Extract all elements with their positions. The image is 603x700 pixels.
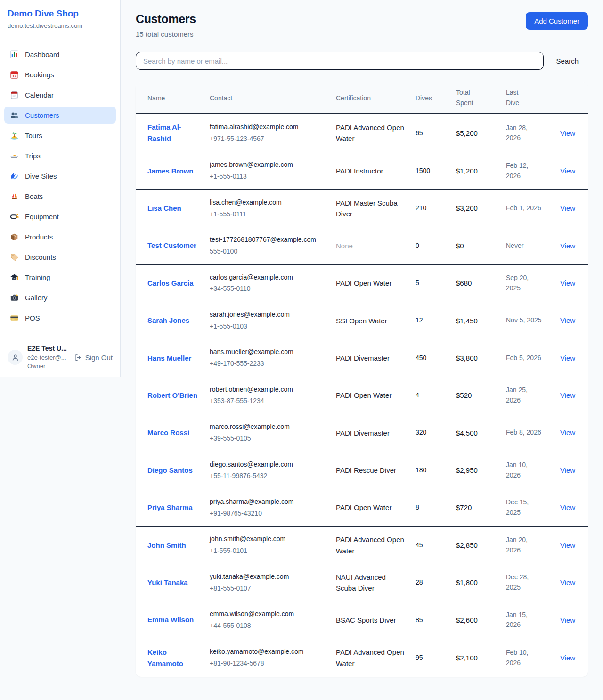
view-link[interactable]: View: [560, 129, 575, 137]
table-row: Yuki Tanaka yuki.tanaka@example.com +81-…: [136, 564, 588, 601]
sign-out-button[interactable]: Sign Out: [74, 354, 113, 362]
view-link[interactable]: View: [560, 428, 575, 436]
view-link[interactable]: View: [560, 466, 575, 474]
sidebar-item-label: Bookings: [25, 71, 54, 79]
customer-email: sarah.jones@example.com: [210, 310, 325, 320]
view-link[interactable]: View: [560, 242, 575, 250]
customer-name-link[interactable]: John Smith: [147, 540, 186, 551]
customer-name-link[interactable]: Marco Rossi: [147, 427, 189, 438]
customer-phone: +971-55-123-4567: [210, 134, 325, 144]
sidebar-item-discounts[interactable]: Discounts: [4, 248, 116, 265]
table-row: Diego Santos diego.santos@example.com +5…: [136, 452, 588, 489]
customer-phone: +1-555-0111: [210, 209, 325, 220]
customer-name-link[interactable]: Diego Santos: [147, 465, 193, 476]
column-header-certification: Certification: [330, 82, 410, 114]
view-link[interactable]: View: [560, 541, 575, 549]
customer-dives: 1500: [410, 152, 450, 189]
customer-last-dive: Nov 5, 2025: [500, 302, 547, 339]
table-row: Test Customer test-1772681807767@example…: [136, 227, 588, 264]
customer-certification: PADI Divemaster: [330, 414, 410, 452]
customer-total-spent: $3,200: [450, 189, 500, 227]
customer-last-dive: Dec 28, 2025: [500, 564, 547, 601]
customer-name-link[interactable]: Keiko Yamamoto: [147, 647, 198, 669]
view-link[interactable]: View: [560, 204, 575, 212]
customer-name-link[interactable]: Lisa Chen: [147, 203, 181, 214]
boats-sailboat-icon: [9, 191, 19, 201]
customers-table: Name Contact Certification Dives Total S…: [136, 82, 588, 677]
column-header-name: Name: [136, 82, 204, 114]
customer-total-spent: $4,500: [450, 414, 500, 452]
customer-phone: +55-11-99876-5432: [210, 471, 325, 481]
sidebar-item-boats[interactable]: Boats: [4, 188, 116, 205]
customer-certification: PADI Divemaster: [330, 339, 410, 377]
table-row: John Smith john.smith@example.com +1-555…: [136, 527, 588, 564]
page-header: Customers 15 total customers Add Custome…: [136, 12, 588, 38]
customer-name-link[interactable]: Priya Sharma: [147, 502, 193, 513]
sidebar-item-customers[interactable]: Customers: [4, 107, 116, 124]
view-link[interactable]: View: [560, 316, 575, 324]
customer-email: priya.sharma@example.com: [210, 497, 325, 507]
add-customer-button[interactable]: Add Customer: [526, 12, 588, 30]
page-title: Customers: [136, 12, 196, 26]
customer-dives: 45: [410, 527, 450, 564]
customer-name-link[interactable]: Hans Mueller: [147, 353, 191, 364]
person-icon: [8, 350, 23, 365]
sidebar-item-equipment[interactable]: Equipment: [4, 208, 116, 225]
sidebar-item-bookings[interactable]: 17 Bookings: [4, 66, 116, 83]
customer-count: 15 total customers: [136, 30, 196, 38]
view-link[interactable]: View: [560, 578, 575, 586]
customer-phone: +1-555-0113: [210, 172, 325, 182]
customer-name-link[interactable]: Fatima Al-Rashid: [147, 122, 198, 144]
view-link[interactable]: View: [560, 391, 575, 399]
tours-island-icon: [9, 131, 19, 140]
table-row: Lisa Chen lisa.chen@example.com +1-555-0…: [136, 189, 588, 227]
customer-name-link[interactable]: Test Customer: [147, 240, 196, 251]
customer-dives: 28: [410, 564, 450, 601]
customer-name-link[interactable]: James Brown: [147, 165, 194, 177]
trips-boat-icon: [9, 151, 19, 160]
shop-name: Demo Dive Shop: [8, 8, 113, 19]
customer-certification: PADI Open Water: [330, 264, 410, 302]
customer-email: test-1772681807767@example.com: [210, 235, 325, 245]
search-button[interactable]: Search: [544, 57, 588, 65]
sidebar-item-tours[interactable]: Tours: [4, 127, 116, 144]
customer-certification: NAUI Advanced Scuba Diver: [330, 564, 410, 601]
view-link[interactable]: View: [560, 279, 575, 287]
sidebar-item-products[interactable]: Products: [4, 228, 116, 245]
customer-name-link[interactable]: Carlos Garcia: [147, 278, 194, 289]
customer-certification: SSI Open Water: [330, 302, 410, 339]
sidebar-item-dive-sites[interactable]: Dive Sites: [4, 167, 116, 184]
customer-phone: +44-555-0108: [210, 621, 325, 631]
view-link[interactable]: View: [560, 616, 575, 624]
customer-name-link[interactable]: Robert O'Brien: [147, 390, 197, 401]
customer-total-spent: $5,200: [450, 114, 500, 152]
column-header-last-dive: Last Dive: [500, 82, 547, 114]
customers-table-card: Name Contact Certification Dives Total S…: [136, 82, 588, 677]
search-input[interactable]: [136, 52, 544, 70]
sidebar-item-dashboard[interactable]: Dashboard: [4, 46, 116, 63]
view-link[interactable]: View: [560, 167, 575, 175]
customer-phone: +353-87-555-1234: [210, 396, 325, 406]
sidebar-item-calendar[interactable]: Calendar: [4, 86, 116, 103]
sidebar-item-pos[interactable]: POS: [4, 309, 116, 326]
sidebar-item-label: Tours: [25, 132, 42, 140]
customer-last-dive: Sep 20, 2025: [500, 264, 547, 302]
view-link[interactable]: View: [560, 354, 575, 362]
gallery-camera-icon: [9, 293, 19, 302]
sidebar-item-trips[interactable]: Trips: [4, 147, 116, 164]
sidebar-item-label: Discounts: [25, 253, 56, 261]
customer-name-link[interactable]: Emma Wilson: [147, 614, 194, 626]
sidebar-item-training[interactable]: Training: [4, 269, 116, 286]
table-row: Hans Mueller hans.mueller@example.com +4…: [136, 339, 588, 377]
view-link[interactable]: View: [560, 654, 575, 662]
customer-email: hans.mueller@example.com: [210, 347, 325, 357]
customer-phone: +1-555-0103: [210, 321, 325, 332]
customer-name-link[interactable]: Sarah Jones: [147, 315, 189, 326]
view-link[interactable]: View: [560, 503, 575, 511]
customer-name-link[interactable]: Yuki Tanaka: [147, 577, 188, 588]
products-box-icon: [9, 232, 19, 241]
customer-last-dive: Feb 1, 2026: [500, 189, 547, 227]
sidebar-item-gallery[interactable]: Gallery: [4, 289, 116, 306]
dashboard-icon: [9, 49, 19, 59]
customer-phone: +49-170-555-2233: [210, 359, 325, 369]
